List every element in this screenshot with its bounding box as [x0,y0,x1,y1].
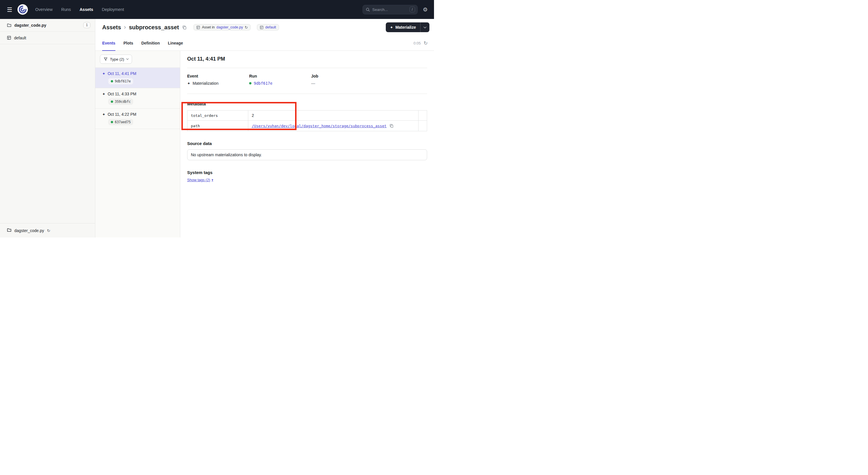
run-status-dot [249,82,251,84]
metadata-key: total_orders [187,111,248,120]
event-time-label: Oct 11, 4:41 PM [107,71,136,76]
sidebar-bottom-code-location[interactable]: dagster_code.py ↻ [0,223,95,237]
job-column: Job — [311,74,373,86]
tab-events[interactable]: Events [102,36,115,51]
event-list-item[interactable]: ✦ Oct 11, 4:41 PM 9dbf617e [95,68,180,88]
reload-icon[interactable]: ↻ [245,26,248,29]
search-icon [366,7,370,12]
code-location-link[interactable]: dagster_code.py [216,25,243,29]
copy-asset-name-button[interactable] [182,25,187,30]
run-id-link[interactable]: 9dbf617e [254,81,272,86]
event-time-label: Oct 11, 4:33 PM [107,92,136,96]
event-label: Event [187,74,249,79]
copy-path-button[interactable] [389,123,394,128]
filter-funnel-icon [104,57,107,61]
run-id-label: 9dbf617e [115,79,131,83]
event-time-row: ✦ Oct 11, 4:41 PM [102,71,175,76]
reload-icon[interactable]: ↻ [47,229,51,233]
nav-runs[interactable]: Runs [61,7,71,12]
page-title-asset-name: subprocess_asset [129,24,179,31]
type-filter-button[interactable]: Type (2) [100,55,132,64]
show-tags-toggle[interactable]: Show tags (2) ▾ [187,178,213,182]
asset-group-icon [260,26,264,29]
folder-icon [7,23,11,28]
top-navigation: ☰ Overview Runs Assets Deployment / ⚙ [0,0,434,19]
hamburger-menu-button[interactable]: ☰ [5,5,14,14]
run-id-label: 637aed75 [115,120,131,124]
job-empty-value: — [311,81,315,86]
event-summary-row: Event ✦ Materialization Run 9dbf617e [187,68,427,94]
event-column: Event ✦ Materialization [187,74,249,86]
nav-overview[interactable]: Overview [35,7,53,12]
event-time-row: ✦ Oct 11, 4:22 PM [102,112,175,117]
run-status-dot [111,80,113,82]
nav-assets[interactable]: Assets [80,7,93,12]
run-label: Run [249,74,311,79]
group-tag[interactable]: default [257,24,279,30]
search-box[interactable]: / [363,5,417,14]
sidebar: dagster_code.py 1 default dagster_code.p… [0,19,95,237]
group-tag-link[interactable]: default [265,25,276,29]
primary-nav: Overview Runs Assets Deployment [35,7,124,12]
event-time-label: Oct 11, 4:22 PM [107,112,136,117]
table-icon [196,26,200,29]
refresh-area: 0:05 ↻ [413,36,428,51]
tabs: Events Plots Definition Lineage [102,36,183,51]
tabs-row: Events Plots Definition Lineage 0:05 ↻ [95,36,434,51]
event-type-value: Materialization [193,81,218,86]
metadata-end-cell [418,111,427,120]
event-list-item[interactable]: ✦ Oct 11, 4:22 PM 637aed75 [95,109,180,129]
breadcrumb: Assets › subprocess_asset Asset in dagst… [102,24,279,31]
sidebar-item-default-group[interactable]: default [0,32,95,44]
materialization-icon: ✦ [102,113,105,116]
metadata-heading: Metadata [187,101,427,106]
source-data-empty-box: No upstream materializations to display. [187,149,427,160]
run-id-tag[interactable]: 359cdbfc [108,98,133,105]
run-id-label: 359cdbfc [115,100,131,104]
sparkle-icon: ✦ [390,26,393,29]
event-list-item[interactable]: ✦ Oct 11, 4:33 PM 359cdbfc [95,88,180,109]
run-column: Run 9dbf617e [249,74,311,86]
tab-lineage[interactable]: Lineage [168,36,183,51]
events-split: Type (2) ✦ Oct 11, 4:41 PM 9dbf617e [95,51,434,237]
gear-icon[interactable]: ⚙ [423,7,428,12]
event-time-row: ✦ Oct 11, 4:33 PM [102,92,175,96]
group-label: default [14,36,26,40]
filter-bar: Type (2) [95,51,180,68]
materialize-split-button: ✦ Materialize [386,22,430,32]
materialize-dropdown-button[interactable] [420,22,429,32]
metadata-key: path [187,121,248,131]
breadcrumb-chevron-icon: › [124,24,126,30]
dagster-logo-icon [17,4,28,15]
refresh-timer: 0:05 [413,41,421,46]
app-body: dagster_code.py 1 default dagster_code.p… [0,19,434,237]
run-status-dot [111,100,113,103]
materialization-icon: ✦ [102,72,105,76]
tab-definition[interactable]: Definition [141,36,160,51]
metadata-path-link[interactable]: /Users/yuhan/dev/local/dagster_home/stor… [252,124,386,128]
copy-icon [182,25,187,30]
search-shortcut-key: / [410,7,415,12]
run-id-tag[interactable]: 637aed75 [108,119,133,125]
source-data-heading: Source data [187,141,427,146]
event-detail-title: Oct 11, 4:41 PM [187,56,427,68]
refresh-icon[interactable]: ↻ [424,41,428,46]
materialization-icon: ✦ [102,92,105,96]
tab-plots[interactable]: Plots [123,36,133,51]
breadcrumb-assets-link[interactable]: Assets [102,24,121,31]
run-id-tag[interactable]: 9dbf617e [108,78,133,84]
materialization-icon: ✦ [187,82,190,85]
nav-deployment[interactable]: Deployment [102,7,124,12]
dagster-logo[interactable] [17,4,28,15]
materialize-label: Materialize [395,25,416,30]
sidebar-item-code-location[interactable]: dagster_code.py 1 [0,19,95,32]
metadata-end-cell [418,121,427,131]
asset-count-badge: 1 [83,22,90,28]
main-content: Assets › subprocess_asset Asset in dagst… [95,19,434,237]
event-detail-panel: Oct 11, 4:41 PM Event ✦ Materialization … [180,51,434,237]
code-location-tag[interactable]: Asset in dagster_code.py ↻ [193,24,251,30]
search-input[interactable] [372,7,407,12]
asset-group-icon [7,36,11,40]
hamburger-icon: ☰ [7,6,12,13]
materialize-button[interactable]: ✦ Materialize [386,22,421,32]
